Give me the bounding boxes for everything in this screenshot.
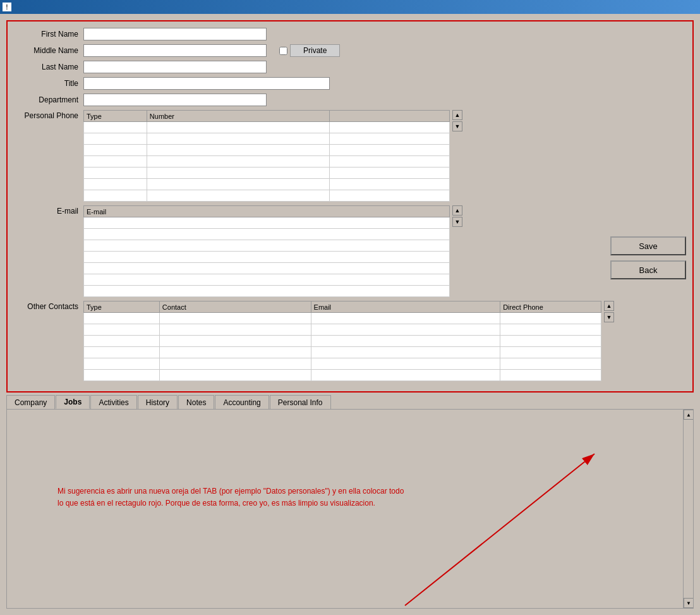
phone-scroll-down[interactable]: ▼ bbox=[452, 121, 462, 131]
first-name-input[interactable] bbox=[83, 28, 267, 40]
other-contacts-label: Other Contacts bbox=[14, 301, 83, 311]
title-input[interactable] bbox=[83, 77, 330, 90]
table-row[interactable] bbox=[84, 179, 450, 190]
table-row[interactable] bbox=[84, 263, 450, 274]
tab-history[interactable]: History bbox=[138, 395, 178, 409]
table-row[interactable] bbox=[84, 240, 450, 252]
title-bar-icon: ! bbox=[3, 3, 11, 11]
private-checkbox[interactable] bbox=[279, 47, 287, 55]
email-label: E-mail bbox=[14, 205, 83, 216]
personal-phone-row: Personal Phone Type Number bbox=[14, 110, 686, 202]
private-label: Private bbox=[290, 44, 340, 57]
department-row: Department bbox=[14, 94, 686, 106]
other-contacts-row: Other Contacts Type Contact Email Direct… bbox=[14, 301, 686, 381]
personal-phone-label: Personal Phone bbox=[14, 110, 83, 120]
contacts-grid-wrapper: Type Contact Email Direct Phone bbox=[83, 301, 614, 381]
email-scroll-up[interactable]: ▲ bbox=[452, 205, 462, 216]
tab-company[interactable]: Company bbox=[6, 395, 55, 409]
phone-col-number: Number bbox=[147, 111, 330, 122]
table-row[interactable] bbox=[84, 122, 450, 133]
table-row[interactable] bbox=[84, 313, 601, 324]
email-scrollbar: ▲ ▼ bbox=[451, 205, 462, 227]
tab-activities[interactable]: Activities bbox=[90, 395, 136, 409]
tab-personal-info[interactable]: Personal Info bbox=[270, 395, 331, 409]
table-row[interactable] bbox=[84, 156, 450, 167]
title-row: Title bbox=[14, 77, 686, 90]
annotation-arrow bbox=[386, 435, 626, 609]
back-button[interactable]: Back bbox=[610, 260, 686, 279]
email-col-header: E-mail bbox=[84, 206, 450, 217]
middle-name-input[interactable] bbox=[83, 44, 267, 57]
email-scroll-down[interactable]: ▼ bbox=[452, 217, 462, 227]
department-label: Department bbox=[14, 95, 83, 104]
lower-scrollbar: ▲ ▼ bbox=[683, 410, 693, 608]
table-row[interactable] bbox=[84, 286, 450, 297]
lower-area: Mi sugerencia es abrir una nueva oreja d… bbox=[6, 409, 694, 609]
phone-col-type: Type bbox=[84, 111, 147, 122]
scroll-down-arrow[interactable]: ▼ bbox=[684, 598, 694, 608]
middle-name-row: Middle Name Private bbox=[14, 44, 686, 57]
scroll-up-arrow[interactable]: ▲ bbox=[684, 410, 694, 420]
tab-notes[interactable]: Notes bbox=[178, 395, 214, 409]
contacts-col-type: Type bbox=[84, 301, 160, 313]
contacts-scroll-up[interactable]: ▲ bbox=[604, 301, 614, 311]
email-grid-wrapper: E-mail ▲ ▼ bbox=[83, 205, 462, 297]
phone-scrollbar: ▲ ▼ bbox=[451, 110, 462, 131]
table-row[interactable] bbox=[84, 167, 450, 179]
phone-col-extra bbox=[330, 111, 450, 122]
tab-jobs[interactable]: Jobs bbox=[56, 395, 90, 409]
phone-grid-wrapper: Type Number bbox=[83, 110, 462, 202]
other-contacts-table: Type Contact Email Direct Phone bbox=[83, 301, 601, 381]
red-border-section: First Name Middle Name Private Last Name… bbox=[6, 20, 694, 393]
table-row[interactable] bbox=[84, 190, 450, 202]
table-row[interactable] bbox=[84, 347, 601, 358]
tab-accounting[interactable]: Accounting bbox=[215, 395, 269, 409]
table-row[interactable] bbox=[84, 252, 450, 263]
email-table: E-mail bbox=[83, 205, 450, 297]
note-text: Mi sugerencia es abrir una nueva oreja d… bbox=[57, 485, 405, 509]
contacts-col-email: Email bbox=[311, 301, 500, 313]
table-row[interactable] bbox=[84, 370, 601, 381]
table-row[interactable] bbox=[84, 133, 450, 145]
table-row[interactable] bbox=[84, 358, 601, 370]
scroll-track bbox=[684, 420, 693, 598]
action-buttons: Save Back bbox=[610, 236, 686, 279]
table-row[interactable] bbox=[84, 336, 601, 347]
table-row[interactable] bbox=[84, 324, 601, 336]
phone-table: Type Number bbox=[83, 110, 450, 202]
phone-scroll-up[interactable]: ▲ bbox=[452, 110, 462, 120]
main-area: First Name Middle Name Private Last Name… bbox=[0, 14, 700, 615]
title-bar: ! bbox=[0, 0, 700, 14]
first-name-label: First Name bbox=[14, 30, 83, 39]
middle-name-label: Middle Name bbox=[14, 46, 83, 55]
email-row: E-mail E-mail bbox=[14, 205, 686, 297]
contacts-col-phone: Direct Phone bbox=[500, 301, 601, 313]
last-name-input[interactable] bbox=[83, 61, 267, 73]
first-name-row: First Name bbox=[14, 28, 686, 40]
table-row[interactable] bbox=[84, 145, 450, 156]
last-name-label: Last Name bbox=[14, 63, 83, 71]
title-label: Title bbox=[14, 79, 83, 88]
tabs-bar: Company Jobs Activities History Notes Ac… bbox=[6, 395, 694, 409]
svg-line-1 bbox=[405, 454, 594, 606]
table-row[interactable] bbox=[84, 229, 450, 240]
last-name-row: Last Name bbox=[14, 61, 686, 73]
department-input[interactable] bbox=[83, 94, 267, 106]
table-row[interactable] bbox=[84, 217, 450, 229]
contacts-scrollbar: ▲ ▼ bbox=[603, 301, 614, 322]
contacts-scroll-down[interactable]: ▼ bbox=[604, 312, 614, 322]
save-button[interactable]: Save bbox=[610, 236, 686, 255]
table-row[interactable] bbox=[84, 274, 450, 286]
private-area: Private bbox=[279, 44, 340, 57]
contacts-col-contact: Contact bbox=[159, 301, 311, 313]
